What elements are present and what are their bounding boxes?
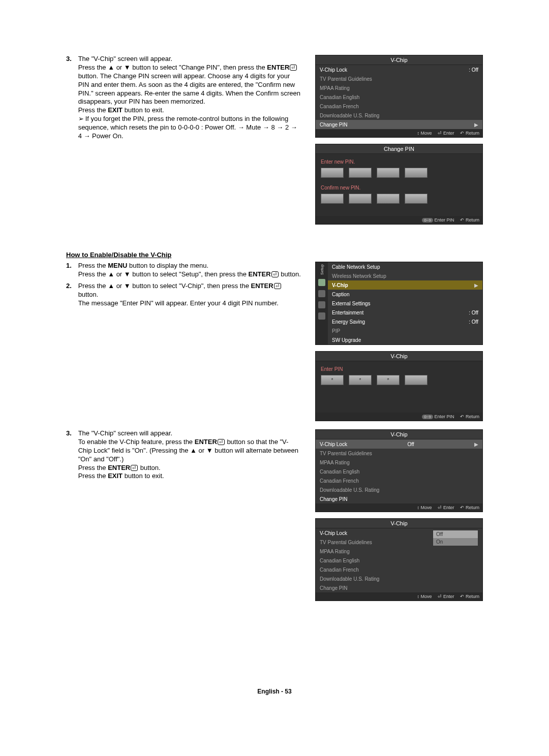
menu-row-caption: Caption xyxy=(328,290,482,299)
plug-icon xyxy=(318,279,325,286)
chevron-right-icon: ▶ xyxy=(474,442,478,447)
pin-digit xyxy=(349,168,372,178)
pin-digit xyxy=(321,168,344,178)
step-text: Press the ▲ or ▼ button to select "V-Chi… xyxy=(78,282,302,308)
step-number: 3. xyxy=(66,55,76,62)
pin-input-row xyxy=(321,194,477,204)
menu-row-dl: Downloadable U.S. Rating xyxy=(316,485,482,494)
menu-row-pip: PIP xyxy=(328,326,482,335)
osd-column-mid: Setup Cable Network Setup Wireless Netwo… xyxy=(315,262,483,427)
menu-row-dl: Downloadable U.S. Rating xyxy=(316,111,482,120)
menu-row-changepin-highlight: Change PIN▶ xyxy=(316,120,482,129)
menu-row-cf: Canadian French xyxy=(316,565,482,574)
enter-icon: ⏎ xyxy=(218,439,225,445)
pin-digit xyxy=(321,194,344,204)
menu-row-external: External Settings xyxy=(328,299,482,308)
osd-footer: 0~9 Enter PIN ↶ Return xyxy=(316,216,482,224)
vchip-menu-lock-osd: V-Chip V-Chip LockOff▶ TV Parental Guide… xyxy=(315,429,483,512)
vchip-menu-osd: V-Chip V-Chip Lock: Off TV Parental Guid… xyxy=(315,55,483,138)
pin-digit xyxy=(349,194,372,204)
on-off-dropdown: Off On xyxy=(433,530,478,546)
app-icon xyxy=(318,312,325,320)
steps-1-2: 1. Press the MENU button to display the … xyxy=(66,262,305,310)
osd-title: V-Chip xyxy=(316,55,482,65)
enter-icon: ⏎ xyxy=(131,465,138,471)
pin-digit xyxy=(405,194,428,204)
change-pin-osd: Change PIN Enter new PIN. Confirm new PI… xyxy=(315,144,483,225)
osd-title: V-Chip xyxy=(316,352,482,361)
pill-0-9: 0~9 xyxy=(422,218,433,223)
osd-title: V-Chip xyxy=(316,430,482,439)
pin-digit xyxy=(377,194,400,204)
pin-input-row: * * * xyxy=(321,375,477,385)
menu-row-ce: Canadian English xyxy=(316,556,482,565)
note-arrow-icon: ➢ xyxy=(78,115,85,123)
osd-footer: ↕ Move ⏎ Enter ↶ Return xyxy=(316,503,482,512)
menu-row-mpaa: MPAA Rating xyxy=(316,83,482,92)
pin-digit xyxy=(405,375,428,385)
step-3-top: 3. The "V-Chip" screen will appear. Pres… xyxy=(66,55,305,144)
section-heading-enable-disable: How to Enable/Disable the V-Chip xyxy=(66,251,483,259)
menu-row-changepin: Change PIN xyxy=(316,583,482,592)
osd-title: Change PIN xyxy=(316,144,482,154)
enter-pin-label: Enter PIN xyxy=(321,366,477,372)
step-number: 1. xyxy=(66,262,76,269)
confirm-new-pin-label: Confirm new PIN. xyxy=(321,185,477,191)
option-off: Off xyxy=(433,530,478,538)
step-text: The "V-Chip" screen will appear. Press t… xyxy=(78,55,302,141)
step-number: 3. xyxy=(66,429,76,437)
enter-icon: ⏎ xyxy=(274,283,281,289)
pin-digit: * xyxy=(377,375,400,385)
menu-row-tv: TV Parental Guidelines xyxy=(316,74,482,83)
menu-row-lock-highlight: V-Chip LockOff▶ xyxy=(316,439,482,449)
osd-column-bottom: V-Chip V-Chip LockOff▶ TV Parental Guide… xyxy=(315,429,483,607)
menu-row-ce: Canadian English xyxy=(316,467,482,476)
gear-icon xyxy=(318,290,325,297)
menu-row-lock: V-Chip Lock: Off xyxy=(316,65,482,74)
menu-row-vchip-highlight: V-Chip▶ xyxy=(328,280,482,290)
option-on: On xyxy=(433,538,478,546)
chevron-right-icon: ▶ xyxy=(474,282,478,288)
menu-row-mpaa: MPAA Rating xyxy=(316,458,482,467)
menu-row-cf: Canadian French xyxy=(316,476,482,485)
osd-footer: ↕ Move ⏎ Enter ↶ Return xyxy=(316,592,482,601)
enter-icon: ⏎ xyxy=(290,65,297,71)
menu-row-cable: Cable Network Setup xyxy=(328,262,482,271)
pill-0-9: 0~9 xyxy=(422,415,433,419)
step-text: Press the MENU button to display the men… xyxy=(78,262,302,279)
vchip-menu-toggle-osd: V-Chip V-Chip Lock TV Parental Guideline… xyxy=(315,518,483,601)
menu-row-mpaa: MPAA Rating xyxy=(316,547,482,556)
menu-row-dl: Downloadable U.S. Rating xyxy=(316,574,482,583)
menu-row-cf: Canadian French xyxy=(316,102,482,111)
setup-menu-osd: Setup Cable Network Setup Wireless Netwo… xyxy=(315,262,483,345)
pin-input-row xyxy=(321,168,477,178)
vchip-enter-pin-osd: V-Chip Enter PIN * * * 0~9 Enter PIN ↶ R… xyxy=(315,351,483,421)
enter-new-pin-label: Enter new PIN. xyxy=(321,159,477,165)
pin-digit xyxy=(377,168,400,178)
menu-row-entertainment: Entertainment: Off xyxy=(328,308,482,317)
step-3-bottom: 3. The "V-Chip" screen will appear. To e… xyxy=(66,429,305,484)
osd-footer: ↕ Move ⏎ Enter ↶ Return xyxy=(316,129,482,137)
menu-row-sw: SW Upgrade xyxy=(328,335,482,344)
step-text: The "V-Chip" screen will appear. To enab… xyxy=(78,429,302,481)
step-number: 2. xyxy=(66,282,76,290)
page-footer: English - 53 xyxy=(0,688,549,695)
menu-row-tv: TV Parental Guidelines xyxy=(316,449,482,458)
osd-title: V-Chip xyxy=(316,519,482,528)
menu-row-wireless: Wireless Network Setup xyxy=(328,271,482,280)
setup-side-tab: Setup xyxy=(316,262,328,344)
pin-digit: * xyxy=(321,375,344,385)
pin-digit xyxy=(405,168,428,178)
enter-icon: ⏎ xyxy=(271,271,279,277)
osd-column-top: V-Chip V-Chip Lock: Off TV Parental Guid… xyxy=(315,55,483,231)
input-icon xyxy=(318,301,325,308)
menu-row-changepin: Change PIN xyxy=(316,494,482,503)
osd-footer: 0~9 Enter PIN ↶ Return xyxy=(316,413,482,421)
pin-digit: * xyxy=(349,375,372,385)
chevron-right-icon: ▶ xyxy=(474,122,478,128)
menu-row-energy: Energy Saving: Off xyxy=(328,317,482,326)
menu-row-ce: Canadian English xyxy=(316,92,482,102)
